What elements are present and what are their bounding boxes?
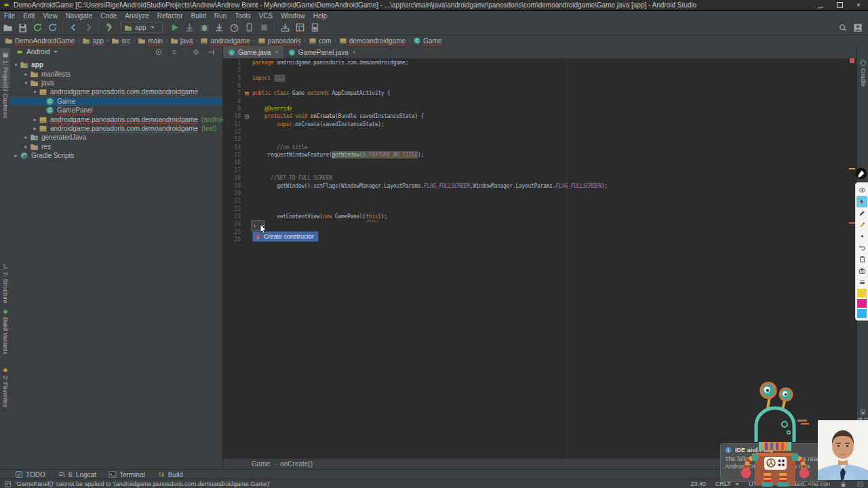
menu-file[interactable]: File xyxy=(0,12,19,20)
code-line-14[interactable]: 14 //no title xyxy=(223,144,847,151)
breadcrumb-item-java[interactable]: java xyxy=(170,37,193,45)
breadcrumb-item-demoandroidgame[interactable]: demoandroidgame xyxy=(339,37,406,45)
annotation-tool-dot[interactable] xyxy=(856,230,867,242)
lock-icon[interactable] xyxy=(840,481,847,488)
code-line-8[interactable]: 8 xyxy=(223,98,847,105)
maximize-button[interactable] xyxy=(830,0,849,10)
menu-refactor[interactable]: Refactor xyxy=(153,12,187,20)
breadcrumb-item-demoandroidgame[interactable]: DemoAndroidGame xyxy=(5,37,75,45)
tree-item-manifests[interactable]: ▸manifests xyxy=(10,69,222,78)
sdk-button[interactable] xyxy=(277,22,292,34)
breadcrumb-item-panosdoris[interactable]: panosdoris xyxy=(258,37,301,45)
code-line-20[interactable]: 20 xyxy=(223,190,847,197)
code-line-15[interactable]: 15 requestWindowFeature(getWindow().FEAT… xyxy=(223,151,847,159)
project-view-selector[interactable]: Android xyxy=(26,48,50,56)
tree-item-gamepanel[interactable]: CGamePanel xyxy=(10,106,222,115)
annotation-tool-menu3[interactable] xyxy=(856,277,867,288)
tool-button-build-variants[interactable]: Build Variants xyxy=(0,305,10,357)
menu-run[interactable]: Run xyxy=(210,12,231,20)
tool-button-gradle[interactable]: Gradle xyxy=(857,56,868,89)
tree-item-generatedjava[interactable]: ▸generatedJava xyxy=(10,133,222,142)
code-line-17[interactable]: 17 xyxy=(223,167,847,174)
annotation-tool-eye[interactable] xyxy=(856,184,867,196)
back-button[interactable] xyxy=(66,22,81,34)
menu-window[interactable]: Window xyxy=(277,12,309,20)
sync-settings-button[interactable] xyxy=(45,22,60,34)
tree-item-gradle-scripts[interactable]: ▸Gradle Scripts xyxy=(10,151,222,160)
layout-button[interactable] xyxy=(292,22,307,34)
menu-code[interactable]: Code xyxy=(96,12,121,20)
editor-breadcrumb-game[interactable]: Game xyxy=(252,460,270,468)
code-line-18[interactable]: 18 //SET TO FULL SCREEN xyxy=(223,174,847,182)
code-line-10[interactable]: 10 protected void onCreate(Bundle savedI… xyxy=(223,113,847,120)
annotation-tool-pen[interactable] xyxy=(856,207,867,219)
search-button[interactable] xyxy=(835,22,850,34)
hammer-button[interactable] xyxy=(102,22,117,34)
sync-button[interactable] xyxy=(30,22,45,34)
breadcrumb-item-com[interactable]: com xyxy=(309,37,332,45)
tool-button-2-favorites[interactable]: 2: Favorites xyxy=(0,363,10,409)
annotation-tool-cursor-tool[interactable] xyxy=(856,196,867,207)
run-button[interactable] xyxy=(167,22,182,34)
tool-button-7-structure[interactable]: 7: Structure xyxy=(0,260,10,306)
tool-button-captures[interactable]: Captures xyxy=(0,81,10,121)
minimize-button[interactable] xyxy=(811,0,830,10)
chevron-right-icon[interactable]: ▸ xyxy=(31,117,39,123)
chevron-down-icon[interactable]: ▾ xyxy=(12,62,20,68)
code-line-21[interactable]: 21 xyxy=(223,197,847,205)
menu-tools[interactable]: Tools xyxy=(231,12,254,20)
avd-button[interactable] xyxy=(241,22,256,34)
window-grid-icon[interactable] xyxy=(4,481,12,488)
breadcrumb-item-androidgame[interactable]: androidgame xyxy=(200,37,250,45)
breadcrumb-item-main[interactable]: main xyxy=(138,37,163,45)
project-view-header[interactable]: Android xyxy=(10,46,222,58)
color-swatch-0[interactable] xyxy=(857,289,867,298)
attach-button[interactable] xyxy=(212,22,226,34)
project-header-collapse-button[interactable] xyxy=(165,47,181,56)
close-icon[interactable]: × xyxy=(353,49,356,56)
code-line-13[interactable]: 13 xyxy=(223,136,847,143)
open-button[interactable] xyxy=(0,22,15,34)
devexp-button[interactable] xyxy=(307,22,322,34)
tab-game-java[interactable]: CGame.java× xyxy=(223,46,283,58)
color-swatch-1[interactable] xyxy=(857,299,867,308)
code-line-7[interactable]: 7public class Game extends AppCompatActi… xyxy=(223,89,847,97)
annotation-tool-camera[interactable] xyxy=(856,265,867,277)
annotation-tool-marker[interactable] xyxy=(856,219,867,230)
chevron-down-icon[interactable]: ▾ xyxy=(22,80,30,86)
tree-item-game[interactable]: CGame xyxy=(10,97,222,106)
code-line-6[interactable]: 6 xyxy=(223,82,847,89)
menu-edit[interactable]: Edit xyxy=(19,12,39,20)
menu-help[interactable]: Help xyxy=(309,12,332,20)
code-line-24[interactable]: 24 xyxy=(223,220,847,228)
annotation-app-logo-icon[interactable] xyxy=(855,167,867,180)
annotation-tool-clip[interactable] xyxy=(856,253,867,265)
tool-button-todo[interactable]: TODO xyxy=(15,470,45,479)
color-swatch-2[interactable] xyxy=(857,309,867,318)
chevron-right-icon[interactable]: ▸ xyxy=(31,125,39,131)
tool-button-terminal[interactable]: Terminal xyxy=(108,470,145,479)
tab-gamepanel-java[interactable]: CGamePanel.java× xyxy=(283,46,361,58)
stop-button[interactable] xyxy=(256,22,271,34)
apply-button[interactable] xyxy=(182,22,197,34)
project-header-gear-button[interactable] xyxy=(187,47,203,56)
error-stripe-error-mark[interactable] xyxy=(849,222,855,224)
code-line-3[interactable]: 3import ... xyxy=(223,75,847,82)
code-line-11[interactable]: 11 super.onCreate(savedInstanceState); xyxy=(223,121,847,128)
code-line-22[interactable]: 22 xyxy=(223,205,847,213)
debug-button[interactable] xyxy=(197,22,212,34)
indicator-icon[interactable] xyxy=(856,481,864,488)
chevron-right-icon[interactable]: ▸ xyxy=(22,134,30,140)
run-configuration-dropdown[interactable]: app xyxy=(121,22,163,33)
code-line-1[interactable]: 1package androidgame.panosdoris.com.demo… xyxy=(223,59,847,66)
tree-item-androidgame-panosdoris-com-demoandroidgame-androidtest[interactable]: ▸androidgame.panosdoris.com.demoandroidg… xyxy=(10,115,222,123)
profile-button[interactable] xyxy=(226,22,241,34)
menu-build[interactable]: Build xyxy=(187,12,210,20)
chevron-right-icon[interactable]: ▸ xyxy=(12,152,20,159)
tree-item-app[interactable]: ▾app xyxy=(10,60,222,69)
annotation-tool-undo[interactable] xyxy=(856,242,867,253)
tree-item-java[interactable]: ▾java xyxy=(10,79,222,87)
save-button[interactable] xyxy=(15,22,30,34)
code-line-23[interactable]: 23 setContentView(new GamePanel(this)); xyxy=(223,213,847,220)
project-header-hide-button[interactable] xyxy=(203,47,218,56)
